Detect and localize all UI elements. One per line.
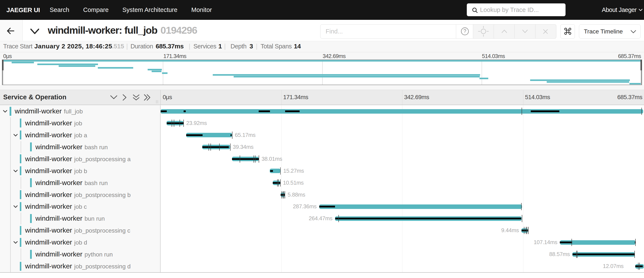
svg-text:?: ? (464, 28, 466, 34)
